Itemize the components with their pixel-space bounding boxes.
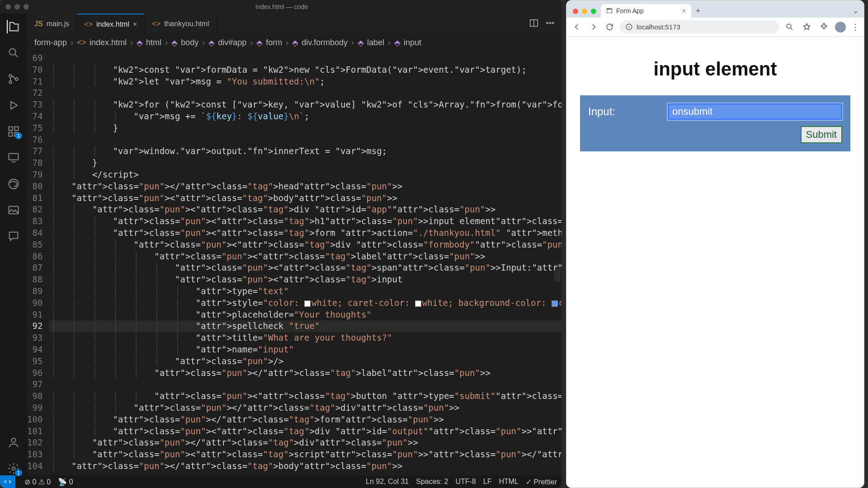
breadcrumb-item[interactable]: ⬘html [137,38,161,48]
tab-main-js[interactable]: JS main.js [27,14,77,34]
zoom-dot[interactable] [24,4,29,9]
svg-rect-8 [9,154,19,160]
editor-area: JS main.js <> index.html × <> thankyou.h… [27,14,561,475]
svg-point-11 [11,438,15,442]
run-debug-icon[interactable] [7,99,20,112]
indentation[interactable]: Spaces: 2 [416,478,448,486]
svg-rect-7 [14,132,18,136]
svg-rect-6 [9,132,13,136]
svg-point-18 [787,24,791,28]
search-icon[interactable] [7,46,20,60]
traffic-lights[interactable] [571,9,601,18]
more-actions-icon[interactable] [545,18,555,30]
svg-point-12 [12,467,15,470]
text-input[interactable] [668,103,842,120]
svg-point-15 [549,22,551,23]
explorer-icon[interactable] [7,20,20,33]
close-dot[interactable] [5,4,11,9]
eol[interactable]: LF [483,478,492,486]
breadcrumb-item[interactable]: ⬘div.formbody [292,38,348,48]
images-icon[interactable] [7,203,20,217]
breadcrumb-item[interactable]: ⬘body [171,38,198,48]
svg-rect-10 [9,206,19,214]
breadcrumb-item[interactable]: ⬘label [358,38,384,48]
remote-indicator[interactable] [0,475,15,488]
new-tab-button[interactable]: + [691,6,705,18]
status-bar: ⊘ 0 ⚠ 0 📡 0 Ln 92, Col 31 Spaces: 2 UTF-… [0,475,561,488]
close-tab-icon[interactable]: × [682,7,686,14]
traffic-lights[interactable] [0,4,29,9]
edge-tools-icon[interactable] [7,177,20,191]
site-info-icon[interactable] [625,23,633,31]
split-editor-icon[interactable] [529,18,539,30]
svg-point-1 [9,75,12,77]
vscode-window: index.html — code [0,0,561,488]
favicon: 🗔 [606,7,613,14]
form-container: Input: Submit [580,95,850,151]
back-button[interactable] [571,21,583,33]
ports-indicator[interactable]: 📡 0 [58,478,73,486]
tab-label: index.html [96,20,129,28]
tab-overflow-icon[interactable]: ⌄ [853,6,864,18]
problems-indicator[interactable]: ⊘ 0 ⚠ 0 [24,478,51,486]
source-control-icon[interactable] [7,72,20,86]
extensions-icon[interactable] [7,125,20,138]
vscode-titlebar[interactable]: index.html — code [0,0,561,14]
svg-rect-5 [14,127,18,131]
svg-point-2 [9,81,12,84]
chrome-tabstrip: 🗔 Form App × + ⌄ [566,0,864,18]
svg-point-14 [547,22,548,23]
close-tab-icon[interactable]: × [133,20,137,28]
accounts-icon[interactable] [7,436,20,449]
svg-rect-4 [9,127,13,131]
html-file-icon: <> [152,20,160,28]
tab-label: thankyou.html [164,20,209,28]
tab-title: Form App [616,7,644,14]
chrome-toolbar: localhost:5173 ⋮ [566,18,864,37]
breadcrumb-item[interactable]: form-app [34,38,67,47]
code-editor[interactable]: 6970717273747576777879808182838485868788… [27,52,561,475]
page-content: input element Input: Submit [566,37,864,488]
browser-tab[interactable]: 🗔 Form App × [601,4,691,18]
chrome-menu-icon[interactable]: ⋮ [851,22,859,32]
extensions-puzzle-icon[interactable] [818,21,830,33]
tab-index-html[interactable]: <> index.html × [77,14,145,34]
svg-point-0 [9,49,16,55]
cursor-position[interactable]: Ln 92, Col 31 [366,478,409,486]
breadcrumb-item[interactable]: <>index.html [77,38,127,47]
breadcrumb-item[interactable]: ⬘div#app [208,38,246,48]
address-bar[interactable]: localhost:5173 [620,20,779,34]
formatter[interactable]: Prettier [526,478,557,486]
activity-bar [0,14,27,475]
svg-point-3 [15,78,18,80]
breadcrumb-item[interactable]: ⬘input [394,38,421,48]
breadcrumbs[interactable]: form-app› <>index.html› ⬘html› ⬘body› ⬘d… [27,34,561,52]
settings-gear-icon[interactable] [7,462,20,475]
language-mode[interactable]: HTML [499,478,519,486]
window-title: index.html — code [29,3,534,10]
svg-point-16 [552,22,554,23]
zoom-icon[interactable] [783,21,795,33]
js-file-icon: JS [34,20,43,28]
remote-explorer-icon[interactable] [7,151,20,164]
minimize-dot[interactable] [14,4,20,9]
editor-tabs: JS main.js <> index.html × <> thankyou.h… [27,14,561,34]
html-file-icon: <> [84,20,93,28]
tab-label: main.js [47,20,70,28]
comment-icon[interactable] [7,230,20,243]
encoding[interactable]: UTF-8 [455,478,476,486]
profile-avatar[interactable] [835,22,846,33]
chrome-window: 🗔 Form App × + ⌄ localhost:5173 ⋮ [566,0,864,488]
submit-button[interactable]: Submit [801,126,842,143]
breadcrumb-item[interactable]: ⬘form [256,38,282,48]
bookmark-star-icon[interactable] [801,21,812,33]
tab-thankyou-html[interactable]: <> thankyou.html [145,14,217,34]
page-heading: input element [580,58,850,80]
reload-button[interactable] [604,21,615,33]
url-text: localhost:5173 [637,23,680,31]
input-label: Input: [588,105,660,118]
forward-button[interactable] [587,21,599,33]
